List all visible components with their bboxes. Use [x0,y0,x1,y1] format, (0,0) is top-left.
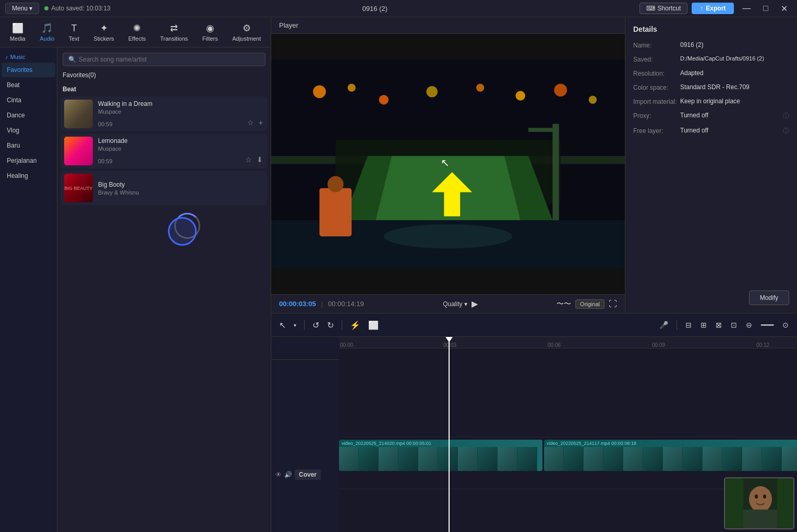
svg-point-5 [476,83,484,91]
sidebar-item-dance[interactable]: Dance [2,108,55,123]
select-tool-button[interactable]: ↖ [276,319,288,332]
freelayer-info-icon[interactable]: ⓘ [783,127,789,136]
playhead[interactable] [449,337,450,532]
close-button[interactable]: ✕ [777,3,792,15]
detail-freelayer-label: Free layer: [633,127,680,135]
proxy-info-icon[interactable]: ⓘ [783,112,789,120]
adjustment-icon: ⚙ [243,22,251,34]
player-right-controls: 〜〜 Original ⛶ [557,299,617,309]
shortcut-icon: ⌨ [646,5,655,12]
svg-rect-22 [743,510,778,529]
sidebar-item-healing[interactable]: Healing [2,168,55,183]
center-right-area: Player [271,17,797,532]
track-artist-2: Muspace [98,146,264,152]
webcam-overlay [724,477,794,529]
export-icon: ↑ [700,5,703,12]
player-header: Player [271,17,625,34]
tool-stickers[interactable]: ✦ Stickers [89,20,118,44]
waveform-button[interactable]: 〜〜 [557,299,571,309]
delete-button[interactable]: ⬜ [366,319,381,332]
detail-proxy-value: Turned off [680,112,780,119]
clip-1-label: video_20220525_214020.mp4 00:00:05:01 [342,441,431,446]
titlebar-title: 0916 (2) [362,5,387,13]
details-panel: Details Name: 0916 (2) Saved: D:/Media/C… [625,17,797,313]
svg-rect-18 [552,124,559,220]
svg-point-4 [426,86,438,98]
music-track-2[interactable]: Lemonade Muspace 00:59 ☆ ⬇ [61,134,267,168]
play-button[interactable]: ▶ [472,299,478,309]
fullscreen-button[interactable]: ⛶ [609,299,617,309]
add-to-timeline-button-1[interactable]: + [258,117,264,128]
empty-track-space [271,360,339,449]
ruler-spacer [271,348,339,360]
menu-button[interactable]: Menu ▾ [5,3,39,14]
ruler-mark-4: 00:12 [756,342,769,348]
tool-effects[interactable]: ✺ Effects [124,20,150,44]
link-button[interactable]: ⊠ [713,319,725,331]
quality-button[interactable]: Quality ▾ [443,300,467,308]
video-clip-1[interactable]: video_20220525_214020.mp4 00:00:05:01 [339,440,542,471]
original-button[interactable]: Original [575,299,605,309]
track-thumbnail-3: BIG BEAUTY [64,174,93,202]
sidebar-item-vlog[interactable]: Vlog [2,123,55,138]
select-dropdown-button[interactable]: ▾ [291,321,299,330]
tool-transitions[interactable]: ⇄ Transitions [156,20,192,44]
music-track-3[interactable]: BIG BEAUTY Big Booty Bravy & Whisnu [61,171,267,205]
zoom-out-button[interactable]: ⊖ [743,319,755,331]
search-input[interactable] [79,56,260,63]
titlebar: Menu ▾ Auto saved: 10:03:13 0916 (2) ⌨ S… [0,0,797,17]
svg-point-2 [347,83,355,91]
track-audio-icon[interactable]: 🔊 [284,471,292,478]
titlebar-left: Menu ▾ Auto saved: 10:03:13 [5,3,111,14]
video-clip-2[interactable]: video_20220525_214117.mp4 00:00:08:18 [544,440,797,471]
player-panel: Player [271,17,625,313]
maximize-button[interactable]: □ [759,3,772,14]
timeline-body: 👁 🔊 Cover 00:00 00:03 00:06 00:09 00:12 … [271,337,797,532]
undo-button[interactable]: ↺ [310,319,322,332]
detail-freelayer: Free layer: Turned off ⓘ [633,127,789,136]
track-visibility-icon[interactable]: 👁 [275,471,282,478]
music-section[interactable]: ♪ Music [0,52,57,62]
audio-panel: ♪ Music Favorites Beat Cinta Dance Vlog … [0,47,271,532]
effects-icon: ✺ [133,22,141,34]
modify-button[interactable]: Modify [749,291,789,305]
track-info-1: Walking in a Dream Muspace 00:59 ☆ + [98,100,264,128]
playhead-triangle [445,337,453,342]
text-icon: T [71,23,77,34]
export-button[interactable]: ↑ Export [692,3,734,14]
sidebar-item-cinta[interactable]: Cinta [2,93,55,107]
sidebar-item-beat[interactable]: Beat [2,78,55,92]
search-bar[interactable]: 🔍 [63,53,265,66]
tool-filters[interactable]: ◉ Filters [198,20,222,44]
track-thumbnail-2 [64,137,93,165]
download-button-2[interactable]: ⬇ [256,154,264,165]
split-button[interactable]: ⚡ [347,319,363,332]
shortcut-button[interactable]: ⌨ Shortcut [639,3,688,14]
tool-audio[interactable]: 🎵 Audio [35,20,58,44]
sidebar-item-baru[interactable]: Baru [2,138,55,153]
minimize-button[interactable]: — [738,3,755,14]
zoom-slider[interactable]: ━━━ [758,319,777,331]
svg-rect-25 [725,478,743,529]
tool-text[interactable]: T Text [65,21,83,44]
tool-media[interactable]: ⬜ Media [6,20,30,44]
split-tool-button[interactable]: ⊟ [682,319,695,331]
favorite-button-1[interactable]: ☆ [246,117,255,128]
sidebar-item-perjalanan[interactable]: Perjalanan [2,153,55,168]
tool-adjustment[interactable]: ⚙ Adjustment [228,20,265,44]
music-track-1[interactable]: Walking in a Dream Muspace 00:59 ☆ + [61,96,267,131]
sidebar-item-favorites[interactable]: Favorites [2,63,55,77]
magnet-button[interactable]: ⊞ [697,319,710,331]
detail-resolution-value: Adapted [680,69,789,77]
favorite-button-2[interactable]: ☆ [244,154,253,165]
player-video: ↖ [271,34,625,294]
detail-import-label: Import material: [633,98,680,105]
mic-button[interactable]: 🎤 [656,319,671,331]
crop-button[interactable]: ⊡ [728,319,740,331]
left-panel: ⬜ Media 🎵 Audio T Text ✦ Stickers ✺ Effe… [0,17,271,532]
cover-label-text: Cover [295,469,321,480]
time-separator: | [321,300,323,308]
player-controls: 00:00:03:05 | 00:00:14:19 Quality ▾ ▶ 〜〜… [271,294,625,313]
timeline-settings-button[interactable]: ⊙ [779,319,792,331]
redo-button[interactable]: ↻ [324,319,336,332]
